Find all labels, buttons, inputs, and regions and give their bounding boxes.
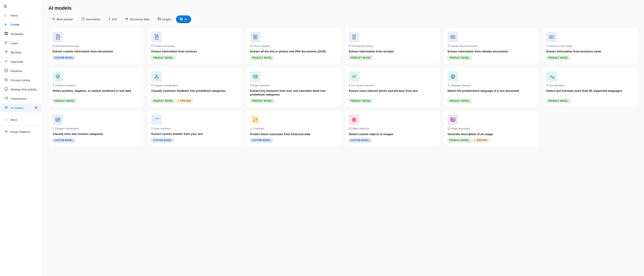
card-entity-extraction-custom[interactable]: "" T Entity extraction Extract custom en… [147, 110, 243, 147]
all-icon [180, 17, 183, 21]
card-title: Extract information from receipts [349, 50, 436, 54]
badge-custom: CUSTOM MODEL [349, 138, 371, 142]
card-meta: T Entity extraction [250, 84, 338, 87]
card-prediction[interactable]: Prediction Predict future outcomes from … [246, 110, 342, 147]
sidebar-item-approvals[interactable]: Approvals [1, 57, 41, 66]
card-icon [250, 32, 261, 42]
card-sentiment-analysis[interactable]: T Sentiment analysis Detect positive, ne… [48, 67, 144, 107]
tab-documents[interactable]: Documents [78, 16, 104, 23]
meta-icon: T [349, 84, 350, 87]
sidebar-item-process-mining[interactable]: Process mining [1, 76, 41, 85]
meta-icon [448, 45, 450, 47]
tab-label: Most popular [56, 18, 73, 21]
card-business-card-reader[interactable]: Business card reader Extract information… [542, 28, 638, 64]
card-title: Extract information from invoices [151, 50, 239, 54]
filter-tabs: Most popular Documents T Text Structured… [48, 16, 638, 23]
card-badges: PREBUILT MODEL [52, 99, 140, 103]
tab-label: Documents [86, 18, 100, 21]
hamburger-button[interactable]: ☰ [0, 2, 42, 11]
sidebar-item-connections[interactable]: Connections [1, 94, 41, 103]
sidebar-item-my-flows[interactable]: My flows [1, 48, 41, 57]
sidebar-item-home[interactable]: ⌂ Home [1, 11, 41, 20]
svg-point-8 [7, 97, 8, 98]
tab-text[interactable]: T Text [105, 16, 121, 23]
sidebar-item-label: AI models [10, 106, 23, 110]
badge-custom: CUSTOM MODEL [151, 138, 174, 142]
card-title: Extract custom entities from your text [151, 132, 239, 136]
learn-icon [4, 41, 8, 45]
sidebar-item-label: Connections [10, 97, 26, 100]
card-title: Detect custom objects in images [349, 132, 436, 136]
sidebar-item-power-platform[interactable]: Power Platform [1, 127, 41, 136]
sidebar-item-learn[interactable]: Learn [1, 39, 41, 48]
templates-icon [4, 32, 8, 36]
card-language-detection[interactable]: T Language detection Detect the predomin… [444, 67, 539, 107]
card-text-translation[interactable]: Aあ T Text translation Detect and transla… [542, 67, 638, 107]
card-category-classification[interactable]: T Category classification Classify custo… [147, 67, 243, 107]
card-document-processing[interactable]: Document processing Extract custom infor… [48, 28, 144, 64]
meta-icon: T [250, 84, 252, 87]
sidebar-item-solutions[interactable]: Solutions [1, 67, 41, 75]
badge-custom: CUSTOM MODEL [52, 138, 75, 142]
card-image-description[interactable]: Image description Generate description o… [444, 110, 539, 147]
svg-rect-14 [182, 18, 182, 19]
card-invoice-processing[interactable]: Invoice processing Extract information f… [147, 28, 243, 64]
svg-point-12 [158, 18, 159, 19]
meta-icon [250, 127, 252, 130]
card-meta: T Sentiment analysis [52, 84, 140, 87]
more-icon: ⋯ [4, 118, 8, 122]
card-title: Detect the predominant language of a tex… [448, 89, 535, 93]
sidebar-item-label: Templates [10, 32, 24, 36]
card-text-recognition[interactable]: Text recognition Extract all the text in… [246, 28, 342, 64]
text-icon: T [109, 18, 110, 21]
card-title: Extract information from business cards [546, 50, 634, 54]
connections-icon [4, 96, 8, 101]
card-entity-extraction[interactable]: T Entity extraction Extract key elements… [246, 67, 342, 107]
card-title: Classify texts into custom categories [52, 132, 140, 136]
process-mining-icon [4, 78, 8, 82]
tab-label: Structured data [130, 18, 149, 21]
card-icon [546, 32, 557, 42]
card-icon [151, 71, 162, 82]
badge-prebuilt: PREBUILT MODEL [448, 99, 471, 103]
card-category-classification-custom[interactable]: T Category classification Classify texts… [48, 110, 144, 147]
sidebar-item-create[interactable]: + Create [1, 20, 41, 29]
card-badges: PREBUILT MODEL [250, 56, 338, 60]
sidebar-item-more[interactable]: ⋯ More [1, 116, 41, 124]
tab-structured-data[interactable]: Structured data [122, 16, 153, 23]
sidebar-item-templates[interactable]: Templates [1, 30, 41, 38]
card-receipt-processing[interactable]: Receipt processing Extract information f… [345, 28, 440, 64]
meta-icon: T [151, 84, 153, 87]
card-meta-text: Sentiment analysis [55, 84, 75, 87]
tab-all[interactable]: All [176, 16, 191, 23]
card-badges: CUSTOM MODEL [52, 138, 140, 142]
card-title: Predict future outcomes from historical … [250, 132, 338, 136]
svg-rect-3 [6, 34, 8, 35]
images-icon [158, 17, 161, 21]
sidebar-item-ai-models[interactable]: AI models 📌 [1, 103, 41, 112]
svg-rect-6 [4, 88, 8, 90]
card-meta-text: Object detection [352, 127, 370, 130]
card-icon [448, 114, 458, 125]
card-meta-text: Key phrase extraction [351, 84, 374, 87]
card-meta: T Key phrase extraction [349, 84, 436, 87]
badge-prebuilt: PREBUILT MODEL [448, 138, 471, 142]
meta-icon [250, 45, 252, 47]
card-title: Extract most relevant words and phrases … [349, 89, 436, 93]
sidebar-item-desktop-flow-activity[interactable]: Desktop flow activity [1, 85, 41, 94]
card-icon [250, 114, 261, 125]
tab-images[interactable]: Images [154, 16, 175, 23]
card-meta-text: Prediction [254, 127, 264, 130]
meta-icon [349, 127, 351, 130]
card-key-phrase-extraction[interactable]: T Key phrase extraction Extract most rel… [345, 67, 440, 107]
card-meta: Invoice processing [151, 45, 239, 47]
card-meta: Object detection [349, 127, 436, 130]
card-meta-text: Document processing [56, 45, 79, 47]
meta-icon [151, 45, 154, 47]
card-object-detection[interactable]: Object detection Detect custom objects i… [345, 110, 440, 147]
card-icon [250, 71, 261, 82]
tab-most-popular[interactable]: Most popular [48, 16, 77, 23]
card-identity-document-reader[interactable]: Identity document reader Extract informa… [444, 28, 539, 64]
star-icon [52, 17, 55, 21]
card-title: Extract key elements from text, and clas… [250, 89, 338, 97]
